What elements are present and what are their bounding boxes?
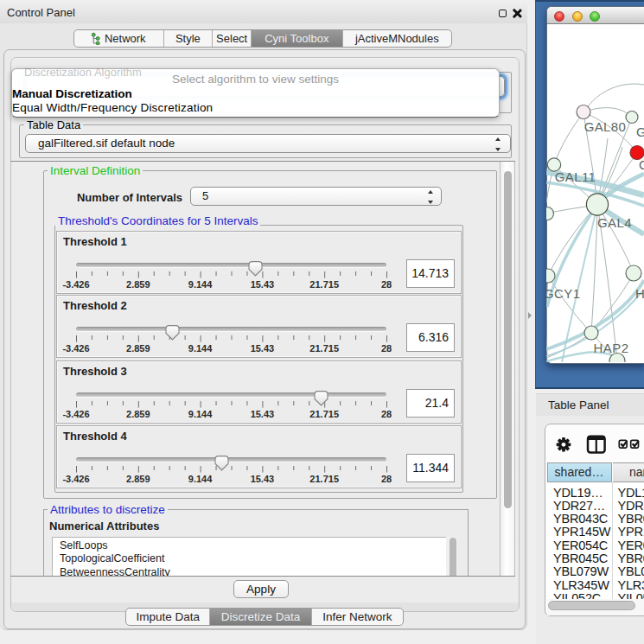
svg-text:GCY1: GCY1 [546, 286, 580, 301]
svg-text:HAP2: HAP2 [594, 341, 629, 355]
svg-text:GAL7: GAL7 [636, 124, 644, 139]
svg-text:HIS4: HIS4 [635, 286, 644, 301]
svg-text:GAL2: GAL2 [639, 157, 644, 172]
svg-text:GAL80: GAL80 [584, 119, 627, 134]
svg-text:GAL4: GAL4 [597, 215, 632, 230]
svg-text:GAL11: GAL11 [555, 169, 596, 184]
